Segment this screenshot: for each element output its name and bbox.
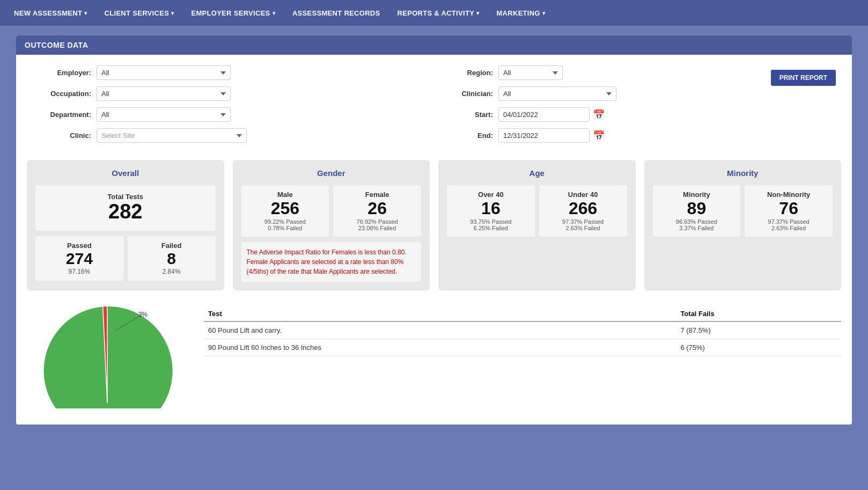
fails-cell: 6 (75%): [676, 339, 841, 356]
minority-label: Minority: [658, 191, 735, 199]
female-passed-pct: 76.92% Passed: [339, 218, 416, 225]
failed-box: Failed 8 2.84%: [128, 236, 216, 281]
gender-card: Gender Male 256 99.22% Passed 0.78% Fail…: [233, 160, 430, 290]
department-select[interactable]: All: [97, 107, 231, 122]
over40-box: Over 40 16 93.75% Passed 6.25% Failed: [447, 185, 535, 237]
fails-table: Test Total Fails 60 Pound Lift and carry…: [204, 306, 841, 356]
female-failed-pct: 23.08% Failed: [339, 225, 416, 231]
clinician-select[interactable]: All: [498, 86, 616, 101]
overall-card: Overall Total Tests 282 Passed 274 97.16…: [27, 160, 224, 290]
age-card: Age Over 40 16 93.75% Passed 6.25% Faile…: [438, 160, 636, 290]
age-top: Over 40 16 93.75% Passed 6.25% Failed Un…: [447, 185, 627, 237]
nav-reports-activity[interactable]: REPORTS & ACTIVITY ▾: [389, 0, 488, 26]
col-test-header: Test: [204, 306, 676, 321]
region-label: Region:: [445, 69, 493, 77]
right-top-fields: Region: All Clinician: All Start:: [445, 65, 760, 149]
under40-label: Under 40: [545, 191, 622, 199]
end-date-input[interactable]: [498, 128, 590, 143]
fails-table-header-row: Test Total Fails: [204, 306, 841, 321]
gender-top: Male 256 99.22% Passed 0.78% Failed Fema…: [241, 185, 422, 237]
nav-client-services[interactable]: CLIENT SERVICES ▾: [96, 0, 183, 26]
clinic-label: Clinic:: [32, 131, 91, 140]
navigation: NEW ASSESSMENT ▾ CLIENT SERVICES ▾ EMPLO…: [0, 0, 868, 26]
passed-label: Passed: [41, 242, 118, 250]
start-date-input[interactable]: [498, 107, 590, 122]
under40-value: 266: [545, 199, 622, 218]
clinician-label: Clinician:: [445, 90, 493, 98]
chart-area: 3%: [27, 301, 188, 408]
outcome-header: OUTCOME DATA: [16, 35, 852, 55]
nav-arrow-client-services: ▾: [171, 10, 174, 16]
employer-select[interactable]: All: [97, 65, 231, 80]
male-failed-pct: 0.78% Failed: [247, 225, 324, 231]
filter-section: Employer: All Occupation: All Department…: [16, 55, 852, 160]
over40-label: Over 40: [452, 191, 529, 199]
clinic-row: Clinic: Select Site: [32, 128, 423, 143]
male-box: Male 256 99.22% Passed 0.78% Failed: [241, 185, 329, 237]
male-value: 256: [247, 199, 324, 218]
clinician-row: Clinician: All: [445, 86, 760, 101]
start-row: Start: 📅: [445, 107, 760, 122]
nav-new-assessment[interactable]: NEW ASSESSMENT ▾: [5, 0, 96, 26]
minority-box: Minority 89 96.63% Passed 3.37% Failed: [653, 185, 741, 237]
failed-pct: 2.84%: [133, 268, 210, 275]
test-cell: 60 Pound Lift and carry.: [204, 321, 676, 339]
right-top: Region: All Clinician: All Start:: [445, 65, 836, 149]
region-row: Region: All: [445, 65, 760, 80]
over40-value: 16: [452, 199, 529, 218]
male-label: Male: [247, 191, 324, 199]
clinic-select[interactable]: Select Site: [97, 128, 247, 143]
region-select[interactable]: All: [498, 65, 563, 80]
nav-arrow-marketing: ▾: [542, 10, 545, 16]
nav-assessment-records[interactable]: ASSESSMENT RECORDS: [284, 0, 389, 26]
print-report-button[interactable]: PRINT REPORT: [771, 70, 836, 86]
overall-bottom: Passed 274 97.16% Failed 8 2.84%: [35, 236, 216, 281]
main-container: OUTCOME DATA Employer: All Occupation: A…: [16, 35, 852, 425]
fails-cell: 7 (87.5%): [676, 321, 841, 339]
nonminority-box: Non-Minority 76 97.37% Passed 2.63% Fail…: [745, 185, 833, 237]
occupation-select[interactable]: All: [97, 86, 231, 101]
passed-box: Passed 274 97.16%: [35, 236, 123, 281]
minority-title: Minority: [653, 169, 833, 178]
under40-passed: 97.37% Passed: [545, 218, 622, 225]
minority-card: Minority Minority 89 96.63% Passed 3.37%…: [644, 160, 842, 290]
gender-title: Gender: [241, 169, 422, 178]
nonminority-passed: 97.37% Passed: [750, 218, 827, 225]
test-cell: 90 Pound Lift 60 Inches to 36 Inches: [204, 339, 676, 356]
nav-arrow-reports: ▾: [476, 10, 479, 16]
minority-failed: 3.37% Failed: [658, 225, 735, 231]
department-label: Department:: [32, 111, 91, 119]
minority-top: Minority 89 96.63% Passed 3.37% Failed N…: [653, 185, 833, 237]
filter-right: Region: All Clinician: All Start:: [445, 65, 836, 149]
under40-box: Under 40 266 97.37% Passed 2.63% Failed: [539, 185, 627, 237]
over40-failed: 6.25% Failed: [452, 225, 529, 231]
cards-row: Overall Total Tests 282 Passed 274 97.16…: [16, 160, 852, 290]
col-fails-header: Total Fails: [676, 306, 841, 321]
total-tests-label: Total Tests: [43, 193, 208, 201]
nav-arrow-employer-services: ▾: [273, 10, 275, 16]
over40-passed: 93.75% Passed: [452, 218, 529, 225]
department-row: Department: All: [32, 107, 423, 122]
end-calendar-icon[interactable]: 📅: [593, 130, 605, 142]
overall-title: Overall: [35, 169, 216, 178]
under40-failed: 2.63% Failed: [545, 225, 622, 231]
female-label: Female: [339, 191, 416, 199]
nav-employer-services[interactable]: EMPLOYER SERVICES ▾: [182, 0, 284, 26]
employer-row: Employer: All: [32, 65, 423, 80]
nav-arrow-new-assessment: ▾: [84, 10, 87, 16]
female-value: 26: [339, 199, 416, 218]
svg-line-2: [115, 316, 139, 331]
start-calendar-icon[interactable]: 📅: [593, 109, 605, 121]
failed-label: Failed: [133, 242, 210, 250]
bottom-section: 3% Test Total Fails 60 Pound Lift and ca…: [16, 301, 852, 408]
nav-marketing[interactable]: MARKETING ▾: [488, 0, 554, 26]
minority-value: 89: [658, 199, 735, 218]
nonminority-value: 76: [750, 199, 827, 218]
passed-value: 274: [41, 250, 118, 268]
table-row: 60 Pound Lift and carry.7 (87.5%): [204, 321, 841, 339]
fails-table-area: Test Total Fails 60 Pound Lift and carry…: [204, 301, 841, 408]
filter-left: Employer: All Occupation: All Department…: [32, 65, 423, 149]
pie-annotation-line: [38, 301, 177, 408]
total-tests-value: 282: [43, 201, 208, 223]
occupation-row: Occupation: All: [32, 86, 423, 101]
